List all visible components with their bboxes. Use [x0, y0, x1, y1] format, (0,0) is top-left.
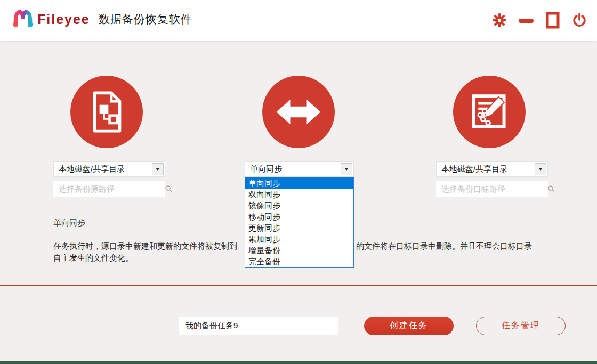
footer-divider — [0, 285, 597, 286]
source-path-box — [53, 181, 165, 197]
sync-mode-select[interactable]: 单向同步 — [245, 161, 354, 177]
magnifier-icon[interactable] — [547, 185, 555, 193]
dropdown-option[interactable]: 镜像同步 — [245, 200, 353, 211]
app-window: Fileyee 数据备份恢复软件 — [0, 0, 597, 364]
source-step-circle — [70, 76, 143, 148]
source-type-select[interactable]: 本地磁盘/共享目录 — [53, 161, 165, 177]
sync-mode-value: 单向同步 — [245, 164, 341, 174]
chevron-down-icon[interactable] — [152, 163, 164, 175]
task-name-input[interactable] — [179, 317, 338, 335]
dropdown-option[interactable]: 单向同步 — [245, 177, 353, 189]
brand-name: Fileyee — [37, 12, 90, 27]
brand-row: Fileyee 数据备份恢复软件 — [12, 7, 192, 31]
target-path-box — [436, 181, 548, 197]
sync-mode-dropdown-list: 单向同步 双向同步 镜像同步 移动同步 更新同步 累加同步 增量备份 完全备份 — [245, 177, 354, 268]
dropdown-option[interactable]: 更新同步 — [245, 222, 353, 233]
dropdown-option[interactable]: 增量备份 — [245, 245, 353, 256]
minimize-icon[interactable] — [518, 11, 534, 29]
double-arrow-icon — [275, 94, 322, 130]
dropdown-option[interactable]: 双向同步 — [245, 189, 353, 200]
source-path-input[interactable] — [53, 184, 165, 193]
app-title: 数据备份恢复软件 — [99, 12, 192, 27]
description-text: 自主发生的文件变化。 — [53, 253, 133, 263]
create-task-button[interactable]: 创建任务 — [364, 317, 454, 335]
header: Fileyee 数据备份恢复软件 — [0, 0, 597, 41]
dropdown-option[interactable]: 移动同步 — [245, 211, 353, 222]
magnifier-icon[interactable] — [165, 185, 173, 193]
file-data-icon — [87, 91, 126, 133]
bottom-edge-strip — [0, 361, 597, 364]
settings-gear-icon[interactable] — [491, 11, 507, 29]
description-text: 任务执行时，源目录中新建和更新的文件将被复制到 — [53, 241, 237, 252]
target-step-circle — [453, 76, 526, 148]
manage-tasks-button[interactable]: 任务管理 — [476, 317, 566, 335]
dropdown-option[interactable]: 累加同步 — [245, 233, 353, 245]
description-text: 的文件将在目标目录中删除。并且不理会目标目录 — [356, 241, 532, 252]
target-type-value: 本地磁盘/共享目录 — [437, 164, 535, 174]
target-path-input[interactable] — [436, 184, 547, 193]
source-type-value: 本地磁盘/共享目录 — [54, 164, 152, 174]
window-controls — [491, 0, 587, 41]
chevron-down-icon[interactable] — [341, 163, 352, 175]
edit-document-icon — [469, 91, 510, 133]
power-close-icon[interactable] — [571, 11, 587, 29]
sync-mode-description-title: 单向同步 — [53, 218, 85, 228]
sync-step-circle — [262, 76, 335, 148]
target-type-select[interactable]: 本地磁盘/共享目录 — [436, 161, 548, 177]
fileyee-logo-icon — [12, 7, 34, 31]
maximize-icon[interactable] — [545, 11, 561, 29]
chevron-down-icon[interactable] — [535, 163, 546, 175]
dropdown-option[interactable]: 完全备份 — [245, 256, 353, 267]
